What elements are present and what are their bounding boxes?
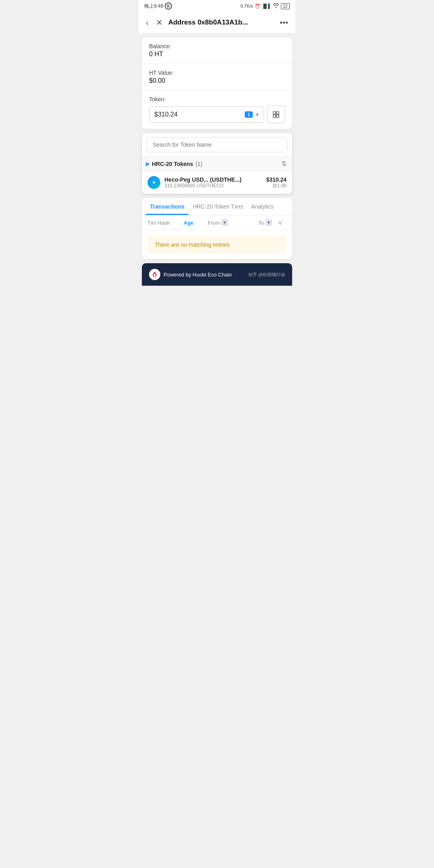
close-button[interactable]: ✕ bbox=[154, 16, 164, 29]
col-txn-hash: Txn Hash bbox=[147, 220, 184, 226]
no-entries-message: There are no matching entries bbox=[147, 236, 287, 254]
to-filter-icon[interactable]: ▼ bbox=[266, 219, 272, 226]
wifi-icon bbox=[273, 3, 279, 9]
tab-hrc20-txns[interactable]: HRC-20 Token Txns bbox=[188, 198, 247, 215]
more-button[interactable]: ••• bbox=[278, 16, 290, 29]
from-filter-icon[interactable]: ▼ bbox=[221, 219, 228, 226]
token-price-col: $310.24 @1.00 bbox=[266, 176, 287, 188]
tabs-card: Transactions HRC-20 Token Txns Analytics… bbox=[142, 198, 292, 259]
svg-point-5 bbox=[154, 182, 155, 183]
huobi-logo-icon bbox=[149, 269, 160, 280]
search-input-wrap bbox=[142, 133, 292, 156]
svg-rect-0 bbox=[273, 112, 276, 114]
token-info: Heco-Peg USD... (USDTHE...) 310.23604665… bbox=[164, 176, 262, 188]
network-speed: 0.7K/s bbox=[240, 4, 253, 8]
balance-label: Balance: bbox=[149, 43, 285, 49]
status-bar: 晚上9:48 K 0.7K/s ⏰ ▐▌▌ 22 bbox=[139, 0, 295, 12]
tab-transactions[interactable]: Transactions bbox=[146, 198, 188, 215]
group-count: (1) bbox=[195, 161, 202, 167]
back-button[interactable]: ‹ bbox=[144, 16, 150, 29]
token-label: Token: bbox=[149, 96, 285, 102]
token-search-popup: ▶ HRC-20 Tokens (1) ⇅ Heco-Peg USD... (U… bbox=[142, 133, 292, 194]
page-header: ‹ ✕ Address 0x8b0A13A1b... ••• bbox=[139, 12, 295, 33]
expand-button[interactable] bbox=[267, 106, 285, 123]
k-icon: K bbox=[165, 2, 172, 10]
token-select-row: $310.24 1 ▾ bbox=[149, 106, 285, 123]
battery-icon: 22 bbox=[281, 3, 290, 9]
tab-analytics[interactable]: Analytics bbox=[247, 198, 278, 215]
token-search-input[interactable] bbox=[147, 137, 287, 152]
footer-credit-text: 知乎 @砍挨嗨扑油 bbox=[248, 272, 285, 278]
ht-value-value: $0.00 bbox=[149, 77, 285, 84]
status-left: 晚上9:48 K bbox=[144, 2, 172, 10]
chevron-down-icon: ▾ bbox=[256, 111, 259, 118]
footer-powered-text: Powered by Huobi Eco Chain bbox=[164, 272, 232, 278]
token-dropdown[interactable]: $310.24 1 ▾ bbox=[149, 106, 264, 123]
status-time: 晚上9:48 bbox=[144, 3, 163, 10]
svg-rect-1 bbox=[276, 112, 279, 114]
status-right: 0.7K/s ⏰ ▐▌▌ 22 bbox=[240, 3, 290, 9]
group-chevron-icon: ▶ bbox=[146, 161, 149, 167]
footer-logo: Powered by Huobi Eco Chain bbox=[149, 269, 232, 280]
col-to: To ▼ bbox=[258, 219, 278, 226]
main-card: Balance: 0 HT HT Value: $0.00 Token: $31… bbox=[142, 37, 292, 129]
token-selected-value: $310.24 bbox=[154, 111, 242, 118]
token-count-badge: 1 bbox=[245, 111, 253, 118]
token-amount: 310.23604665 USDTHECO bbox=[164, 183, 262, 188]
svg-rect-3 bbox=[276, 115, 279, 117]
ht-value-label: HT Value: bbox=[149, 70, 285, 76]
ht-value-section: HT Value: $0.00 bbox=[142, 64, 292, 90]
col-age: Age bbox=[184, 220, 208, 226]
page-title: Address 0x8b0A13A1b... bbox=[168, 18, 274, 27]
table-header: Txn Hash Age From ▼ To ▼ V bbox=[142, 215, 292, 230]
token-list-item[interactable]: Heco-Peg USD... (USDTHE...) 310.23604665… bbox=[142, 171, 292, 194]
token-group-header: ▶ HRC-20 Tokens (1) ⇅ bbox=[142, 156, 292, 171]
token-rate: @1.00 bbox=[266, 183, 287, 188]
col-from: From ▼ bbox=[208, 219, 258, 226]
balance-value: 0 HT bbox=[149, 51, 285, 58]
page-footer: Powered by Huobi Eco Chain 知乎 @砍挨嗨扑油 bbox=[142, 263, 292, 286]
token-usd-value: $310.24 bbox=[266, 176, 287, 183]
col-v: V bbox=[278, 220, 287, 226]
sort-icon[interactable]: ⇅ bbox=[281, 160, 287, 168]
tabs-header: Transactions HRC-20 Token Txns Analytics bbox=[142, 198, 292, 215]
svg-rect-2 bbox=[273, 115, 276, 117]
token-name: Heco-Peg USD... (USDTHE...) bbox=[164, 176, 262, 183]
alarm-icon: ⏰ bbox=[255, 4, 260, 9]
token-logo bbox=[147, 176, 160, 189]
token-section: Token: $310.24 1 ▾ bbox=[142, 90, 292, 129]
signal-icon: ▐▌▌ bbox=[262, 4, 271, 8]
balance-section: Balance: 0 HT bbox=[142, 37, 292, 64]
token-group-title: ▶ HRC-20 Tokens (1) bbox=[146, 161, 203, 167]
